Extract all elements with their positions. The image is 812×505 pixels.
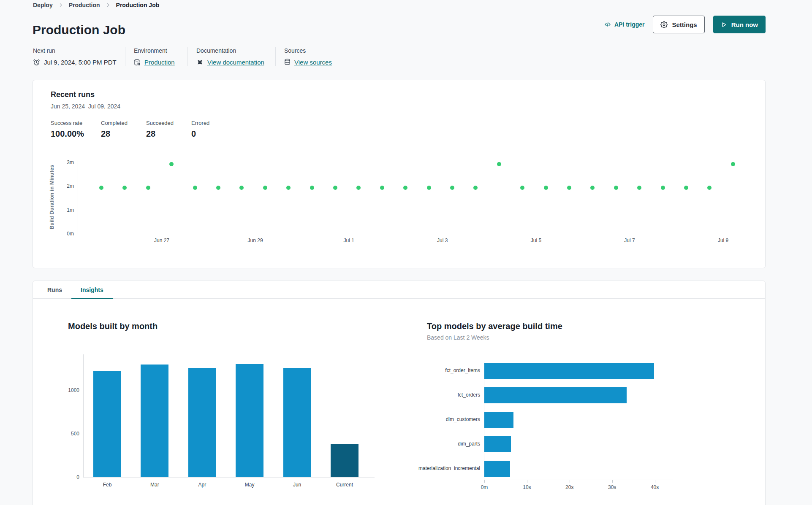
- build-duration-scatter-chart: 0m1m2m3mJun 27Jun 29Jul 1Jul 3Jul 5Jul 7…: [78, 160, 741, 234]
- scatter-point[interactable]: [122, 186, 127, 190]
- settings-button[interactable]: Settings: [653, 16, 704, 33]
- breadcrumb-current: Production Job: [116, 2, 160, 8]
- monthly-x-label: Jun: [278, 482, 316, 488]
- tab-insights[interactable]: Insights: [71, 281, 113, 298]
- next-run-label: Next run: [33, 47, 113, 54]
- header-actions: API trigger Settings Run now: [604, 16, 766, 33]
- monthly-bar: [236, 364, 263, 477]
- hbar-bar: [484, 363, 654, 379]
- breadcrumb-production[interactable]: Production: [69, 2, 100, 8]
- hbar-x-tick-label: 20s: [557, 484, 582, 490]
- meta-environment: Environment Production: [125, 47, 187, 66]
- scatter-point[interactable]: [450, 186, 454, 190]
- view-sources-link[interactable]: View sources: [294, 59, 332, 66]
- environment-link[interactable]: Production: [144, 59, 175, 66]
- scatter-point[interactable]: [356, 186, 361, 190]
- production-job-page: { "breadcrumb": { "separator": "›", "ite…: [0, 0, 812, 505]
- meta-next-run: Next run Jul 9, 2024, 5:00 PM PDT: [33, 47, 125, 66]
- scatter-x-tick: Jun 29: [236, 238, 274, 243]
- scatter-point[interactable]: [146, 186, 150, 190]
- chevron-right-icon: [58, 3, 63, 8]
- monthly-x-label: May: [231, 482, 269, 488]
- run-now-button[interactable]: Run now: [713, 16, 766, 33]
- scatter-point[interactable]: [380, 186, 384, 190]
- dbt-logo-icon: [196, 59, 204, 66]
- stat-succeeded: Succeeded 28: [146, 120, 191, 139]
- scatter-point[interactable]: [684, 186, 688, 190]
- environment-label: Environment: [134, 47, 176, 54]
- top-models-chart-title: Top models by average build time: [427, 321, 562, 331]
- tab-runs[interactable]: Runs: [38, 281, 71, 298]
- scatter-y-axis-label: Build Duration in Minutes: [49, 165, 55, 230]
- hbar-x-tick-mark: [612, 480, 613, 483]
- scatter-point[interactable]: [590, 186, 595, 190]
- scatter-point[interactable]: [333, 186, 337, 190]
- scatter-y-tick: 0m: [55, 231, 74, 237]
- monthly-bar: [188, 368, 216, 477]
- chevron-right-icon: [106, 3, 111, 8]
- recent-runs-title: Recent runs: [51, 90, 95, 99]
- hbar-x-tick-label: 10s: [514, 484, 540, 490]
- api-trigger-link[interactable]: API trigger: [604, 21, 645, 28]
- scatter-y-tick: 1m: [55, 207, 74, 213]
- hbar-category-label: fct_orders: [381, 392, 480, 398]
- job-detail-card: Runs Insights Models built by month 0500…: [33, 281, 766, 505]
- scatter-point[interactable]: [497, 162, 501, 166]
- monthly-x-label: Current: [326, 482, 364, 488]
- scatter-point[interactable]: [99, 186, 103, 190]
- hbar-bar: [484, 461, 510, 477]
- hbar-bar: [484, 436, 511, 452]
- scatter-y-tick: 2m: [55, 183, 74, 189]
- hbar-category-label: dim_customers: [381, 416, 480, 422]
- scatter-point[interactable]: [169, 162, 174, 166]
- monthly-x-label: Feb: [88, 482, 126, 488]
- stat-errored: Errored 0: [191, 120, 209, 139]
- scatter-point[interactable]: [263, 186, 267, 190]
- monthly-chart-title: Models built by month: [68, 321, 158, 331]
- scatter-x-tick: Jun 27: [143, 238, 181, 243]
- scatter-point[interactable]: [544, 186, 548, 190]
- next-run-value: Jul 9, 2024, 5:00 PM PDT: [44, 59, 117, 66]
- scatter-point[interactable]: [661, 186, 665, 190]
- scatter-point[interactable]: [403, 186, 407, 190]
- hbar-x-tick-mark: [527, 480, 527, 483]
- database-stack-icon: [284, 59, 291, 66]
- stat-completed: Completed 28: [101, 120, 146, 139]
- monthly-y-tick: 0: [60, 474, 79, 480]
- scatter-point[interactable]: [239, 186, 244, 190]
- hbar-category-label: materialization_incremental: [381, 465, 480, 471]
- hbar-bar: [484, 387, 627, 403]
- monthly-x-label: Mar: [136, 482, 174, 488]
- scatter-y-tick: 3m: [55, 159, 74, 165]
- scatter-x-tick: Jul 9: [704, 238, 742, 243]
- run-now-label: Run now: [731, 21, 758, 28]
- scatter-point[interactable]: [731, 162, 735, 166]
- hbar-x-tick-label: 30s: [600, 484, 625, 490]
- scatter-point[interactable]: [473, 186, 478, 190]
- job-meta-row: Next run Jul 9, 2024, 5:00 PM PDT Enviro…: [33, 47, 344, 66]
- scatter-point[interactable]: [637, 186, 641, 190]
- scatter-point[interactable]: [427, 186, 431, 190]
- monthly-y-tick: 1000: [60, 387, 79, 393]
- scatter-point[interactable]: [520, 186, 524, 190]
- top-models-chart-subtitle: Based on Last 2 Weeks: [427, 334, 489, 341]
- scatter-point[interactable]: [310, 186, 314, 190]
- view-documentation-link[interactable]: View documentation: [207, 59, 264, 66]
- scatter-point[interactable]: [286, 186, 291, 190]
- scatter-point[interactable]: [567, 186, 571, 190]
- hbar-x-tick-mark: [484, 480, 485, 483]
- scatter-point[interactable]: [216, 186, 220, 190]
- scatter-point[interactable]: [707, 186, 712, 190]
- page-title: Production Job: [33, 23, 125, 37]
- play-icon: [721, 22, 727, 28]
- breadcrumb-deploy[interactable]: Deploy: [33, 2, 53, 8]
- gear-icon: [660, 21, 668, 28]
- scatter-point[interactable]: [614, 186, 618, 190]
- scatter-x-tick: Jul 1: [330, 238, 368, 243]
- scatter-point[interactable]: [193, 186, 197, 190]
- hbar-x-tick-mark: [570, 480, 570, 483]
- scatter-x-tick: Jul 5: [517, 238, 555, 243]
- recent-runs-date-range: Jun 25, 2024–Jul 09, 2024: [51, 103, 120, 110]
- alarm-clock-icon: [33, 59, 40, 66]
- top-models-by-build-time-chart: fct_order_itemsfct_ordersdim_customersdi…: [484, 361, 673, 480]
